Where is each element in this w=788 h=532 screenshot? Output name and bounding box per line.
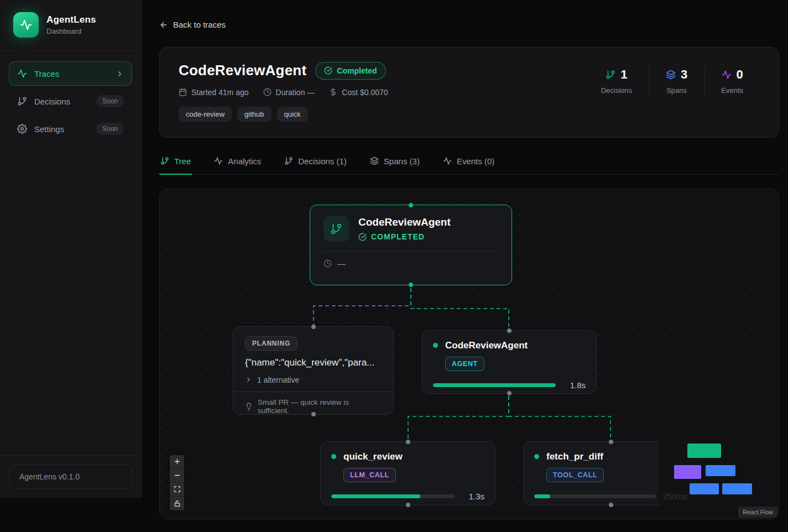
clock-icon [263, 88, 272, 96]
activity-icon [17, 69, 27, 79]
layers-icon [666, 70, 676, 80]
lock-button[interactable] [170, 497, 184, 510]
brand: AgentLens Dashboard [0, 0, 141, 51]
decision-type-badge: PLANNING [245, 336, 298, 351]
edge-agent-to-llm [408, 396, 509, 439]
edge-root-to-decision [314, 288, 411, 325]
tab-events[interactable]: Events (0) [442, 151, 495, 175]
trace-duration: Duration — [263, 88, 315, 97]
flow-minimap[interactable] [659, 427, 777, 509]
clock-icon [323, 259, 332, 268]
root-node-status: COMPLETED [358, 232, 451, 241]
tab-analytics[interactable]: Analytics [213, 151, 262, 175]
node-handle [507, 391, 512, 395]
node-decision-planning[interactable]: PLANNING {"name":"quick_review","para...… [233, 326, 394, 415]
sidebar-item-label: Traces [34, 69, 108, 79]
flow-canvas[interactable]: CodeReviewAgent COMPLETED — P [159, 189, 779, 519]
status-dot [433, 343, 438, 348]
duration-bar [331, 494, 455, 498]
trace-meta: Started 41m ago Duration — Cost $0.0070 [179, 88, 388, 97]
root-node-title: CodeReviewAgent [358, 216, 451, 228]
plus-icon [174, 458, 181, 465]
back-to-traces-link[interactable]: Back to traces [159, 20, 226, 29]
span-title: CodeReviewAgent [445, 340, 528, 351]
duration-bar [433, 383, 556, 387]
trace-started: Started 41m ago [179, 88, 249, 97]
span-title: quick_review [343, 451, 403, 462]
fit-view-button[interactable] [170, 483, 184, 497]
minimap-node-root [687, 444, 721, 458]
duration-bar [534, 494, 656, 498]
decision-chosen-option: {"name":"quick_review","para... [245, 357, 382, 368]
node-handle [409, 283, 413, 287]
app-title: AgentLens [46, 14, 96, 25]
tag: code-review [179, 107, 232, 122]
app-subtitle: Dashboard [46, 27, 96, 35]
node-handle [609, 503, 613, 507]
status-dot [534, 454, 539, 459]
soon-badge: Soon [96, 123, 124, 135]
gear-icon [17, 124, 27, 134]
tag: github [237, 107, 271, 122]
zoom-in-button[interactable] [170, 455, 184, 469]
git-branch-icon [17, 96, 27, 106]
sidebar-item-settings[interactable]: Settings Soon [9, 117, 132, 141]
sidebar: AgentLens Dashboard Traces Decisions Soo… [0, 0, 142, 498]
app-logo-icon [13, 12, 39, 38]
activity-icon [214, 157, 223, 165]
sidebar-item-label: Settings [34, 124, 89, 134]
span-type-badge: AGENT [445, 357, 484, 371]
trace-header-card: CodeReviewAgent Completed Started 41m ag… [159, 47, 779, 138]
sidebar-item-label: Decisions [34, 97, 89, 106]
minus-icon [174, 472, 181, 479]
check-circle-icon [324, 66, 332, 75]
edge-root-to-agent [411, 288, 509, 328]
node-handle [409, 203, 413, 207]
dollar-icon [329, 88, 337, 96]
sidebar-item-decisions[interactable]: Decisions Soon [9, 89, 132, 113]
node-handle [311, 325, 316, 329]
sidebar-nav: Traces Decisions Soon Settings Soon [0, 51, 141, 151]
minimap-node-llm [690, 483, 719, 494]
node-root-agent[interactable]: CodeReviewAgent COMPLETED — [310, 205, 512, 285]
flow-controls [170, 455, 184, 510]
tab-tree[interactable]: Tree [159, 151, 192, 175]
edge-agent-to-tool [509, 396, 610, 439]
span-type-badge: TOOL_CALL [546, 468, 604, 482]
soon-badge: Soon [96, 95, 124, 107]
layers-icon [370, 157, 379, 165]
tab-spans[interactable]: Spans (3) [369, 151, 421, 175]
sidebar-item-traces[interactable]: Traces [9, 61, 132, 86]
lightbulb-icon [245, 403, 253, 410]
minimap-node-agent [706, 465, 735, 476]
status-badge: Completed [315, 62, 385, 80]
node-handle [406, 503, 410, 507]
decision-alternatives-toggle[interactable]: 1 alternative [245, 375, 382, 384]
sidebar-divider [0, 455, 141, 456]
app-version: AgentLens v0.1.0 [9, 465, 132, 489]
react-flow-attribution: React Flow [738, 507, 777, 518]
node-handle [507, 328, 512, 333]
status-dot [331, 454, 336, 459]
span-title: fetch_pr_diff [546, 451, 603, 462]
trace-stats: 1 Decisions 3 Spans 0 [585, 66, 760, 96]
calendar-icon [179, 88, 187, 96]
node-span-quick-review[interactable]: quick_review LLM_CALL 1.3s [320, 441, 495, 505]
fit-view-icon [174, 486, 181, 493]
minimap-node-tool [722, 483, 752, 494]
arrow-left-icon [159, 20, 168, 29]
main-content: Back to traces CodeReviewAgent Completed… [142, 0, 788, 519]
span-duration: 1.8s [562, 380, 586, 390]
lock-icon [174, 500, 181, 507]
tab-bar: Tree Analytics Decisions (1) Spans (3) E… [159, 151, 779, 175]
node-handle [406, 440, 410, 444]
node-span-agent[interactable]: CodeReviewAgent AGENT 1.8s [422, 330, 597, 394]
trace-title: CodeReviewAgent [179, 62, 306, 79]
stat-spans: 3 Spans [649, 67, 704, 95]
chevron-right-icon [116, 70, 124, 78]
zoom-out-button[interactable] [170, 469, 184, 483]
tab-decisions[interactable]: Decisions (1) [283, 151, 348, 175]
stat-events: 0 Events [704, 67, 760, 95]
git-branch-icon [284, 157, 293, 165]
span-type-badge: LLM_CALL [343, 468, 396, 482]
